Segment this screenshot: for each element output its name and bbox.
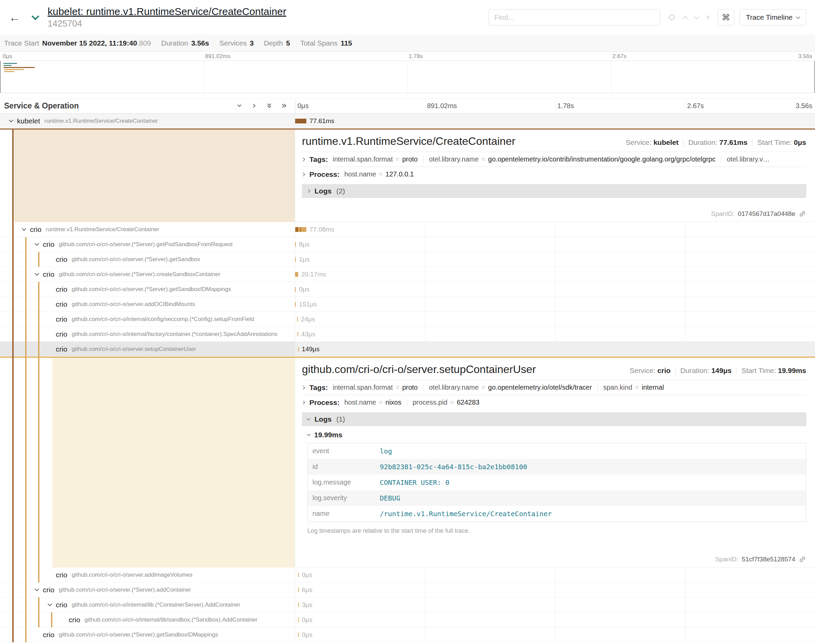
span-timeline-cell[interactable]: 0μs: [295, 612, 815, 627]
panel-span-title: github.com/cri-o/cri-o/server.setupConta…: [302, 363, 536, 376]
span-name-cell[interactable]: crio github.com/cri-o/cri-o/server.addOC…: [0, 297, 295, 312]
span-name-cell[interactable]: crio github.com/cri-o/cri-o/internal/lib…: [0, 597, 295, 612]
span-name-cell[interactable]: crio github.com/cri-o/cri-o/server.(*Ser…: [0, 627, 295, 642]
span-expander-chevron-icon[interactable]: [31, 273, 43, 275]
span-operation-name: github.com/cri-o/cri-o/server.(*Server).…: [72, 256, 204, 263]
span-duration-bar[interactable]: [295, 302, 296, 307]
span-name-cell[interactable]: kubelet runtime.v1.RuntimeService/Create…: [0, 113, 295, 129]
span-name-cell[interactable]: crio github.com/cri-o/cri-o/server.(*Ser…: [0, 267, 295, 282]
span-duration-bar[interactable]: [295, 272, 298, 277]
span-timeline-cell[interactable]: 43μs: [295, 327, 815, 342]
trace-collapse-chevron-icon[interactable]: [32, 12, 40, 20]
span-duration-bar[interactable]: [298, 632, 299, 637]
logs-section-toggle[interactable]: Logs (1): [302, 412, 806, 426]
clear-search-icon[interactable]: ×: [706, 14, 710, 21]
span-timeline-cell[interactable]: 0μs: [295, 567, 815, 583]
logs-section-toggle[interactable]: Logs (2): [302, 184, 806, 198]
span-name-cell[interactable]: crio github.com/cri-o/cri-o/internal/fac…: [0, 327, 295, 342]
span-duration-bar[interactable]: [298, 573, 299, 577]
collapse-one-icon[interactable]: [236, 102, 243, 109]
span-duration-bar[interactable]: [295, 257, 296, 262]
span-name-cell[interactable]: crio github.com/cri-o/cri-o/internal/con…: [0, 312, 295, 327]
locate-result-icon[interactable]: [668, 13, 676, 21]
trace-title-link[interactable]: kubelet: runtime.v1.RuntimeService/Creat…: [47, 6, 286, 18]
span-operation-name: github.com/cri-o/cri-o/server.(*Server).…: [59, 632, 222, 638]
keyboard-shortcuts-button[interactable]: ⌘: [718, 9, 734, 26]
span-timeline-cell[interactable]: 77.61ms: [295, 113, 815, 129]
copy-span-link-icon[interactable]: [799, 210, 806, 218]
span-name-cell[interactable]: crio github.com/cri-o/cri-o/internal/lib…: [0, 612, 295, 627]
span-row[interactable]: crio runtime.v1.RuntimeService/CreateCon…: [0, 222, 815, 237]
span-expander-chevron-icon[interactable]: [43, 604, 56, 606]
tags-section-toggle[interactable]: Tags: internal.span.format=protootel.lib…: [302, 380, 806, 395]
span-timeline-cell[interactable]: 77.08ms: [295, 222, 815, 237]
span-row[interactable]: crio github.com/cri-o/cri-o/server.(*Ser…: [0, 627, 815, 642]
span-name-cell[interactable]: crio github.com/cri-o/cri-o/server.(*Ser…: [0, 583, 295, 597]
next-result-icon[interactable]: [694, 14, 699, 19]
span-row[interactable]: crio github.com/cri-o/cri-o/server.(*Ser…: [0, 267, 815, 282]
log-field-value: 92b82381-025c-4a64-815c-ba2e1bb08100: [375, 459, 806, 475]
span-timeline-cell[interactable]: 24μs: [295, 312, 815, 327]
log-entry-toggle[interactable]: 19.99ms: [307, 431, 806, 439]
span-duration-bar[interactable]: [295, 287, 296, 292]
span-timeline-cell[interactable]: 1μs: [295, 252, 815, 267]
span-row[interactable]: crio github.com/cri-o/cri-o/server.addIm…: [0, 567, 815, 583]
minimap-left-handle[interactable]: [0, 61, 1, 93]
span-timeline-cell[interactable]: 3μs: [295, 597, 815, 612]
tags-section-toggle[interactable]: Tags: internal.span.format=protootel.lib…: [302, 152, 806, 167]
collapse-all-icon[interactable]: [266, 102, 273, 109]
span-duration-bar[interactable]: [297, 332, 298, 337]
span-timeline-cell[interactable]: 151μs: [295, 297, 815, 312]
span-row[interactable]: crio github.com/cri-o/cri-o/internal/lib…: [0, 597, 815, 612]
span-duration-bar[interactable]: [295, 119, 306, 123]
span-timeline-cell[interactable]: 149μs: [295, 342, 815, 357]
span-timeline-cell[interactable]: 8μs: [295, 237, 815, 252]
span-name-cell[interactable]: crio github.com/cri-o/cri-o/server.addIm…: [0, 567, 295, 583]
span-name-cell[interactable]: crio github.com/cri-o/cri-o/server.(*Ser…: [0, 237, 295, 252]
expand-one-icon[interactable]: [251, 102, 258, 109]
process-section-toggle[interactable]: Process: host.name=127.0.0.1: [302, 167, 806, 182]
span-expander-chevron-icon[interactable]: [31, 244, 43, 245]
span-row[interactable]: crio github.com/cri-o/cri-o/server.addOC…: [0, 297, 815, 312]
span-name-cell[interactable]: crio github.com/cri-o/cri-o/server.setup…: [0, 342, 295, 357]
span-duration-bar[interactable]: [298, 587, 299, 592]
span-timeline-cell[interactable]: 20.17ms: [295, 267, 815, 282]
span-duration-bar[interactable]: [298, 347, 299, 351]
span-duration-label: 77.61ms: [309, 117, 334, 125]
span-row[interactable]: crio github.com/cri-o/cri-o/server.(*Ser…: [0, 583, 815, 597]
trace-view-dropdown[interactable]: Trace Timeline: [740, 9, 806, 26]
span-row[interactable]: crio github.com/cri-o/cri-o/internal/fac…: [0, 327, 815, 342]
copy-span-link-icon[interactable]: [799, 556, 806, 563]
span-expander-chevron-icon[interactable]: [5, 120, 17, 122]
span-timeline-cell[interactable]: 0μs: [295, 627, 815, 642]
span-operation-name: github.com/cri-o/cri-o/server.addOCIBind…: [72, 301, 199, 308]
find-input[interactable]: [489, 9, 660, 26]
span-row[interactable]: crio github.com/cri-o/cri-o/server.(*Ser…: [0, 252, 815, 267]
span-name-cell[interactable]: crio github.com/cri-o/cri-o/server.(*Ser…: [0, 282, 295, 297]
span-duration-bar[interactable]: [298, 618, 299, 622]
log-field-value: DEBUG: [375, 490, 806, 506]
span-duration-bar[interactable]: [295, 242, 296, 247]
expand-all-icon[interactable]: [281, 102, 288, 109]
prev-result-icon[interactable]: [682, 15, 688, 21]
span-name-cell[interactable]: crio runtime.v1.RuntimeService/CreateCon…: [0, 222, 295, 237]
span-row[interactable]: crio github.com/cri-o/cri-o/server.setup…: [0, 342, 815, 357]
span-row[interactable]: crio github.com/cri-o/cri-o/internal/lib…: [0, 612, 815, 627]
panel-indent-area: [0, 130, 295, 222]
span-row[interactable]: crio github.com/cri-o/cri-o/server.(*Ser…: [0, 282, 815, 297]
span-expander-chevron-icon[interactable]: [18, 228, 30, 230]
span-row[interactable]: crio github.com/cri-o/cri-o/server.(*Ser…: [0, 237, 815, 252]
span-duration-bar[interactable]: [298, 603, 299, 607]
span-timeline-cell[interactable]: 6μs: [295, 583, 815, 597]
minimap-canvas[interactable]: [0, 61, 815, 93]
span-expander-chevron-icon[interactable]: [31, 589, 43, 590]
span-name-cell[interactable]: crio github.com/cri-o/cri-o/server.(*Ser…: [0, 252, 295, 267]
process-section-toggle[interactable]: Process: host.name=nixosprocess.pid=6242…: [302, 395, 806, 410]
span-row[interactable]: crio github.com/cri-o/cri-o/internal/con…: [0, 312, 815, 327]
span-row[interactable]: kubelet runtime.v1.RuntimeService/Create…: [0, 113, 815, 129]
back-button[interactable]: ←: [9, 11, 20, 24]
span-timeline-cell[interactable]: 0μs: [295, 282, 815, 297]
span-duration-bar[interactable]: [295, 227, 306, 232]
span-duration-bar[interactable]: [297, 317, 298, 322]
span-operation-name: github.com/cri-o/cri-o/internal/config/s…: [72, 316, 258, 323]
